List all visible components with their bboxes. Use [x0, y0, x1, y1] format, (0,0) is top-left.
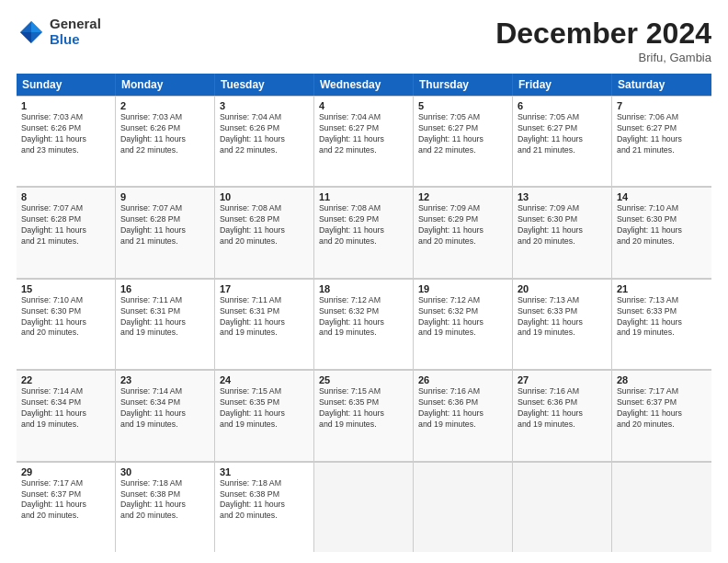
header-day-tuesday: Tuesday [215, 74, 314, 96]
calendar-cell: 23Sunrise: 7:14 AM Sunset: 6:34 PM Dayli… [116, 370, 215, 460]
day-info: Sunrise: 7:08 AM Sunset: 6:29 PM Dayligh… [319, 203, 408, 247]
calendar: SundayMondayTuesdayWednesdayThursdayFrid… [17, 74, 711, 552]
calendar-cell: 25Sunrise: 7:15 AM Sunset: 6:35 PM Dayli… [314, 370, 414, 460]
day-info: Sunrise: 7:11 AM Sunset: 6:31 PM Dayligh… [120, 295, 210, 339]
logo-blue: Blue [50, 32, 101, 48]
day-info: Sunrise: 7:15 AM Sunset: 6:35 PM Dayligh… [319, 386, 408, 431]
day-info: Sunrise: 7:10 AM Sunset: 6:30 PM Dayligh… [617, 203, 707, 247]
day-number: 27 [518, 374, 607, 385]
calendar-header: SundayMondayTuesdayWednesdayThursdayFrid… [17, 74, 711, 96]
day-number: 19 [418, 283, 507, 294]
day-info: Sunrise: 7:11 AM Sunset: 6:31 PM Dayligh… [220, 295, 309, 339]
day-info: Sunrise: 7:17 AM Sunset: 6:37 PM Dayligh… [21, 478, 110, 523]
day-number: 16 [120, 283, 210, 294]
day-number: 29 [21, 466, 110, 477]
calendar-cell: 5Sunrise: 7:05 AM Sunset: 6:27 PM Daylig… [414, 96, 513, 186]
month-title: December 2024 [495, 17, 711, 51]
day-number: 26 [418, 374, 507, 385]
day-number: 11 [319, 191, 408, 202]
header-day-sunday: Sunday [17, 74, 116, 96]
day-number: 13 [518, 191, 607, 202]
calendar-cell: 6Sunrise: 7:05 AM Sunset: 6:27 PM Daylig… [513, 96, 612, 186]
day-info: Sunrise: 7:04 AM Sunset: 6:27 PM Dayligh… [319, 112, 408, 156]
calendar-cell [612, 462, 711, 552]
day-info: Sunrise: 7:18 AM Sunset: 6:38 PM Dayligh… [220, 478, 309, 523]
calendar-cell: 18Sunrise: 7:12 AM Sunset: 6:32 PM Dayli… [314, 279, 414, 369]
calendar-cell: 24Sunrise: 7:15 AM Sunset: 6:35 PM Dayli… [215, 370, 314, 460]
calendar-cell: 20Sunrise: 7:13 AM Sunset: 6:33 PM Dayli… [513, 279, 612, 369]
calendar-row-2: 15Sunrise: 7:10 AM Sunset: 6:30 PM Dayli… [17, 279, 711, 370]
location: Brifu, Gambia [495, 51, 711, 64]
day-info: Sunrise: 7:05 AM Sunset: 6:27 PM Dayligh… [518, 112, 607, 156]
day-number: 3 [220, 100, 309, 111]
day-number: 12 [418, 191, 507, 202]
calendar-cell: 27Sunrise: 7:16 AM Sunset: 6:36 PM Dayli… [513, 370, 612, 460]
day-info: Sunrise: 7:15 AM Sunset: 6:35 PM Dayligh… [220, 386, 309, 431]
day-info: Sunrise: 7:12 AM Sunset: 6:32 PM Dayligh… [319, 295, 408, 339]
day-info: Sunrise: 7:04 AM Sunset: 6:26 PM Dayligh… [220, 112, 309, 156]
header-day-wednesday: Wednesday [314, 74, 414, 96]
calendar-cell [414, 462, 513, 552]
calendar-cell: 11Sunrise: 7:08 AM Sunset: 6:29 PM Dayli… [314, 187, 414, 277]
calendar-cell: 12Sunrise: 7:09 AM Sunset: 6:29 PM Dayli… [414, 187, 513, 277]
day-number: 25 [319, 374, 408, 385]
calendar-cell: 22Sunrise: 7:14 AM Sunset: 6:34 PM Dayli… [17, 370, 116, 460]
calendar-cell: 29Sunrise: 7:17 AM Sunset: 6:37 PM Dayli… [17, 462, 116, 552]
calendar-cell: 30Sunrise: 7:18 AM Sunset: 6:38 PM Dayli… [116, 462, 215, 552]
day-number: 31 [220, 466, 309, 477]
calendar-cell: 28Sunrise: 7:17 AM Sunset: 6:37 PM Dayli… [612, 370, 711, 460]
day-info: Sunrise: 7:18 AM Sunset: 6:38 PM Dayligh… [120, 478, 210, 523]
calendar-cell: 4Sunrise: 7:04 AM Sunset: 6:27 PM Daylig… [314, 96, 414, 186]
day-number: 14 [617, 191, 707, 202]
logo-text: General Blue [50, 17, 101, 47]
logo: General Blue [17, 17, 101, 47]
title-block: December 2024 Brifu, Gambia [495, 17, 711, 64]
calendar-cell: 3Sunrise: 7:04 AM Sunset: 6:26 PM Daylig… [215, 96, 314, 186]
day-info: Sunrise: 7:09 AM Sunset: 6:30 PM Dayligh… [518, 203, 607, 247]
day-info: Sunrise: 7:07 AM Sunset: 6:28 PM Dayligh… [21, 203, 110, 247]
day-number: 5 [418, 100, 507, 111]
calendar-cell: 26Sunrise: 7:16 AM Sunset: 6:36 PM Dayli… [414, 370, 513, 460]
day-info: Sunrise: 7:07 AM Sunset: 6:28 PM Dayligh… [120, 203, 210, 247]
calendar-cell: 1Sunrise: 7:03 AM Sunset: 6:26 PM Daylig… [17, 96, 116, 186]
day-info: Sunrise: 7:13 AM Sunset: 6:33 PM Dayligh… [518, 295, 607, 339]
calendar-cell: 13Sunrise: 7:09 AM Sunset: 6:30 PM Dayli… [513, 187, 612, 277]
calendar-row-3: 22Sunrise: 7:14 AM Sunset: 6:34 PM Dayli… [17, 370, 711, 461]
day-number: 7 [617, 100, 707, 111]
calendar-cell: 31Sunrise: 7:18 AM Sunset: 6:38 PM Dayli… [215, 462, 314, 552]
day-number: 28 [617, 374, 707, 385]
calendar-cell: 19Sunrise: 7:12 AM Sunset: 6:32 PM Dayli… [414, 279, 513, 369]
calendar-row-4: 29Sunrise: 7:17 AM Sunset: 6:37 PM Dayli… [17, 462, 711, 552]
day-info: Sunrise: 7:06 AM Sunset: 6:27 PM Dayligh… [617, 112, 707, 156]
calendar-cell: 2Sunrise: 7:03 AM Sunset: 6:26 PM Daylig… [116, 96, 215, 186]
day-number: 1 [21, 100, 110, 111]
calendar-body: 1Sunrise: 7:03 AM Sunset: 6:26 PM Daylig… [17, 96, 711, 552]
calendar-cell: 8Sunrise: 7:07 AM Sunset: 6:28 PM Daylig… [17, 187, 116, 277]
calendar-cell: 15Sunrise: 7:10 AM Sunset: 6:30 PM Dayli… [17, 279, 116, 369]
day-info: Sunrise: 7:16 AM Sunset: 6:36 PM Dayligh… [518, 386, 607, 431]
day-number: 21 [617, 283, 707, 294]
day-number: 6 [518, 100, 607, 111]
header-day-monday: Monday [116, 74, 215, 96]
calendar-cell: 7Sunrise: 7:06 AM Sunset: 6:27 PM Daylig… [612, 96, 711, 186]
day-number: 30 [120, 466, 210, 477]
day-number: 9 [120, 191, 210, 202]
calendar-row-0: 1Sunrise: 7:03 AM Sunset: 6:26 PM Daylig… [17, 96, 711, 187]
day-info: Sunrise: 7:03 AM Sunset: 6:26 PM Dayligh… [120, 112, 210, 156]
calendar-row-1: 8Sunrise: 7:07 AM Sunset: 6:28 PM Daylig… [17, 187, 711, 278]
day-number: 2 [120, 100, 210, 111]
calendar-cell: 10Sunrise: 7:08 AM Sunset: 6:28 PM Dayli… [215, 187, 314, 277]
day-info: Sunrise: 7:17 AM Sunset: 6:37 PM Dayligh… [617, 386, 707, 431]
day-info: Sunrise: 7:09 AM Sunset: 6:29 PM Dayligh… [418, 203, 507, 247]
calendar-cell: 9Sunrise: 7:07 AM Sunset: 6:28 PM Daylig… [116, 187, 215, 277]
logo-icon [17, 17, 46, 47]
calendar-cell: 17Sunrise: 7:11 AM Sunset: 6:31 PM Dayli… [215, 279, 314, 369]
day-number: 20 [518, 283, 607, 294]
day-number: 23 [120, 374, 210, 385]
day-info: Sunrise: 7:16 AM Sunset: 6:36 PM Dayligh… [418, 386, 507, 431]
svg-marker-1 [31, 21, 42, 32]
calendar-cell [513, 462, 612, 552]
day-info: Sunrise: 7:13 AM Sunset: 6:33 PM Dayligh… [617, 295, 707, 339]
day-info: Sunrise: 7:10 AM Sunset: 6:30 PM Dayligh… [21, 295, 110, 339]
day-info: Sunrise: 7:14 AM Sunset: 6:34 PM Dayligh… [21, 386, 110, 431]
